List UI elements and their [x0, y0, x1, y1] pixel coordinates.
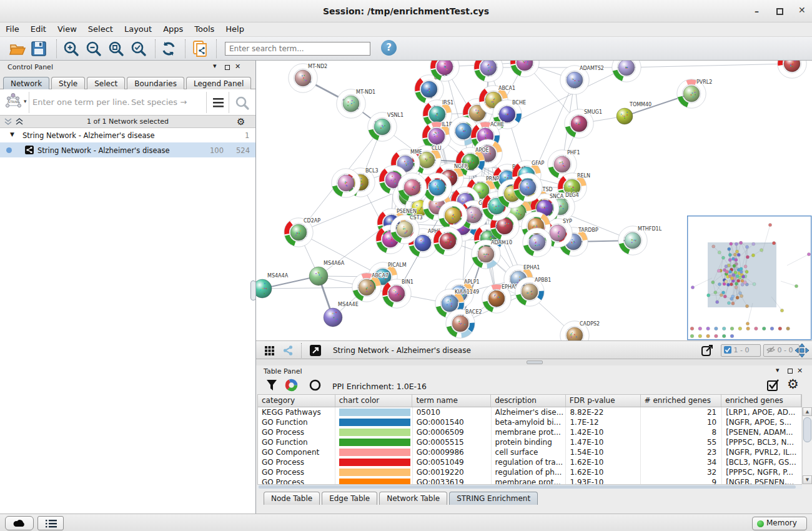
tab-style[interactable]: Style — [51, 77, 85, 90]
chart-donut-icon[interactable] — [285, 379, 298, 392]
menu-apps[interactable]: Apps — [157, 22, 189, 34]
table-float-icon[interactable] — [788, 369, 793, 374]
collapse-all-icon[interactable] — [4, 118, 12, 126]
collection-expander-icon[interactable]: ▼ — [10, 131, 14, 137]
zoom-out-icon[interactable] — [85, 40, 102, 57]
close-panel-icon[interactable]: ✕ — [235, 62, 240, 71]
string-logo-icon[interactable]: STRING — [4, 93, 24, 112]
network-node[interactable] — [398, 173, 427, 202]
tab-network-table[interactable]: Network Table — [379, 492, 447, 505]
network-options-gear-icon[interactable]: ⚙ — [237, 116, 245, 127]
network-node[interactable] — [438, 201, 467, 230]
close-button[interactable]: ✕ — [798, 5, 806, 15]
panel-menu-icon[interactable]: ▾ — [213, 62, 217, 70]
menu-edit[interactable]: Edit — [25, 22, 52, 34]
menu-file[interactable]: File — [0, 22, 25, 34]
network-node[interactable]: SMUG1 — [565, 109, 602, 138]
table-close-icon[interactable]: ✕ — [797, 367, 803, 375]
network-node[interactable]: APBB1 — [515, 277, 552, 306]
string-query-input[interactable]: Enter one term per line. — [32, 97, 130, 107]
set-species-hint[interactable]: Set species → — [131, 97, 187, 107]
column-header--enriched-genes[interactable]: # enriched genes — [641, 395, 722, 407]
column-header-term-name[interactable]: term name — [412, 395, 491, 407]
expand-all-icon[interactable] — [15, 118, 24, 126]
network-node[interactable]: MS4A6A — [309, 261, 345, 285]
column-header-description[interactable]: description — [491, 395, 566, 407]
tab-legend-panel[interactable]: Legend Panel — [186, 77, 251, 90]
grid-view-icon[interactable] — [265, 346, 274, 355]
network-node[interactable]: CD2AP — [284, 218, 321, 247]
network-node[interactable]: MT-ND1 — [337, 89, 375, 118]
table-row[interactable]: GO FunctionGO:0005515protein binding1.47… — [258, 437, 802, 447]
zoom-in-icon[interactable] — [62, 40, 80, 57]
search-options-icon[interactable] — [212, 97, 225, 108]
cloud-button[interactable] — [5, 516, 34, 530]
splitter-grip[interactable] — [527, 360, 543, 364]
table-row[interactable]: KEGG Pathways05010Alzheimer's dise...8.8… — [258, 407, 802, 417]
tab-string-enrichment[interactable]: STRING Enrichment — [449, 492, 538, 505]
chevron-down-icon[interactable]: ▾ — [24, 98, 27, 104]
network-node[interactable]: EPHA5 — [482, 284, 518, 313]
menu-help[interactable]: Help — [220, 22, 250, 34]
navigator-icon[interactable] — [795, 343, 810, 358]
refresh-icon[interactable] — [160, 40, 177, 57]
hscrollbar-thumb[interactable] — [259, 485, 796, 489]
detach-view-icon[interactable] — [310, 345, 321, 356]
column-header-category[interactable]: category — [258, 395, 335, 407]
network-overview[interactable] — [687, 216, 811, 340]
column-header-FDR-p-value[interactable]: FDR p-value — [566, 395, 641, 407]
network-collection-row[interactable]: ▼ String Network - Alzheimer's disease 1 — [0, 128, 255, 142]
network-node[interactable] — [510, 61, 539, 77]
tab-edge-table[interactable]: Edge Table — [322, 492, 377, 505]
clone-network-icon[interactable] — [191, 40, 209, 57]
network-node[interactable]: ADAM10 — [472, 240, 512, 269]
zoom-selected-icon[interactable] — [130, 40, 147, 57]
tab-boundaries[interactable]: Boundaries — [127, 77, 184, 90]
help-icon[interactable]: ? — [381, 40, 397, 56]
minimize-button[interactable]: – — [755, 6, 759, 16]
zoom-fit-icon[interactable] — [107, 40, 125, 57]
column-header-enriched-genes[interactable]: enriched genes — [721, 395, 801, 407]
network-node[interactable]: BACE2 — [446, 309, 482, 338]
network-node[interactable]: MTHFD1L — [618, 226, 662, 255]
string-search-icon[interactable] — [235, 96, 250, 111]
network-node[interactable] — [778, 61, 806, 78]
maximize-button[interactable] — [776, 8, 783, 15]
network-node[interactable] — [433, 227, 462, 256]
table-row[interactable]: GO ProcessGO:0033619membrane prot...1.93… — [258, 477, 802, 484]
network-node[interactable] — [612, 61, 641, 82]
table-row[interactable]: GO ProcessGO:0051049regulation of tra...… — [258, 457, 802, 467]
scroll-up-icon[interactable]: ▲ — [803, 407, 812, 416]
memory-button[interactable]: Memory — [752, 517, 807, 530]
network-node[interactable]: MS4A4A — [256, 273, 289, 298]
network-node[interactable]: ADAMTS2 — [560, 66, 604, 94]
network-node[interactable] — [423, 173, 452, 202]
task-history-button[interactable] — [37, 516, 64, 530]
network-node[interactable] — [332, 169, 360, 197]
tab-network[interactable]: Network — [3, 77, 49, 90]
table-row[interactable]: GO FunctionGO:0001540beta-amyloid bi...1… — [258, 417, 802, 427]
select-columns-icon[interactable] — [767, 379, 780, 392]
enrichment-settings-gear-icon[interactable]: ⚙ — [787, 377, 799, 392]
network-node[interactable]: BIN1 — [382, 279, 413, 308]
table-panel-menu-icon[interactable]: ▾ — [776, 366, 780, 374]
network-node[interactable] — [513, 173, 542, 202]
enrichment-table[interactable]: KEGG Pathways05010Alzheimer's dise...8.8… — [257, 407, 802, 484]
float-panel-icon[interactable] — [225, 65, 230, 70]
splitter-handle[interactable] — [250, 280, 256, 300]
menu-layout[interactable]: Layout — [119, 22, 157, 34]
table-horizontal-scrollbar[interactable] — [257, 484, 802, 489]
network-node[interactable] — [474, 61, 503, 82]
tab-select[interactable]: Select — [87, 77, 125, 90]
table-vertical-scrollbar[interactable]: ▲ ▼ — [802, 407, 812, 484]
scroll-down-icon[interactable]: ▼ — [803, 475, 812, 484]
network-node[interactable]: PVRL2 — [677, 79, 713, 108]
open-session-icon[interactable] — [9, 40, 26, 57]
save-session-icon[interactable] — [30, 40, 47, 57]
table-row[interactable]: GO ProcessGO:0006509membrane prot...1.42… — [258, 427, 802, 437]
export-network-icon[interactable] — [701, 344, 715, 357]
share-view-icon[interactable] — [282, 345, 294, 356]
menu-select[interactable]: Select — [82, 22, 119, 34]
filter-icon[interactable] — [266, 379, 277, 391]
network-node[interactable]: CADPS2 — [560, 321, 600, 340]
